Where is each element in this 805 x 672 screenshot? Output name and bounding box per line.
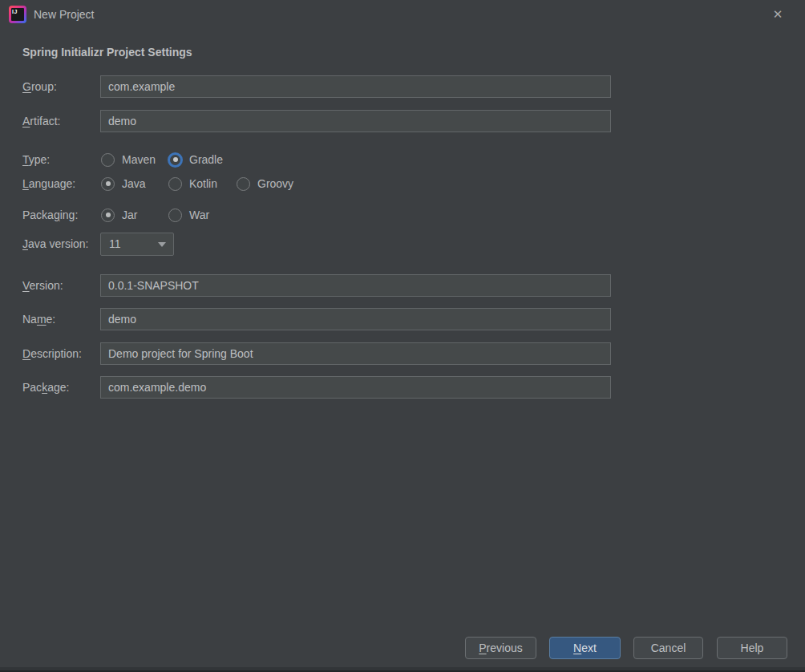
radio-label: Kotlin bbox=[189, 177, 217, 190]
radio-label: Gradle bbox=[189, 153, 223, 166]
java-version-select[interactable]: 11 bbox=[100, 233, 174, 256]
name-label: Name: bbox=[22, 313, 100, 326]
radio-icon[interactable] bbox=[168, 208, 182, 222]
radio-icon[interactable] bbox=[101, 208, 115, 222]
package-row: Package: bbox=[22, 376, 611, 399]
radio-language-groovy[interactable]: Groovy bbox=[237, 176, 293, 192]
radio-label: Java bbox=[122, 177, 146, 190]
group-row: Group: bbox=[22, 75, 611, 98]
group-label: Group: bbox=[22, 80, 100, 93]
artifact-input[interactable] bbox=[100, 110, 611, 132]
description-label: Description: bbox=[22, 347, 100, 360]
radio-icon[interactable] bbox=[168, 152, 183, 168]
name-input[interactable] bbox=[100, 308, 611, 330]
radio-packaging-jar[interactable]: Jar bbox=[101, 207, 137, 223]
group-input[interactable] bbox=[100, 75, 611, 98]
version-row: Version: bbox=[22, 274, 611, 297]
titlebar[interactable]: IJ New Project ✕ bbox=[0, 0, 805, 29]
java-version-label: Java version: bbox=[22, 237, 100, 250]
artifact-row: Artifact: bbox=[22, 110, 611, 132]
page-title: Spring Initializr Project Settings bbox=[22, 46, 192, 59]
language-label: Language: bbox=[22, 177, 100, 190]
java-version-row: Java version: 11 bbox=[22, 232, 611, 256]
type-row: Type: Maven Gradle bbox=[22, 152, 611, 168]
help-button[interactable]: Help bbox=[717, 637, 787, 659]
radio-icon[interactable] bbox=[101, 177, 115, 191]
radio-label: Groovy bbox=[257, 177, 293, 190]
cancel-button[interactable]: Cancel bbox=[633, 637, 703, 659]
intellij-idea-icon-letters: IJ bbox=[11, 8, 24, 21]
package-label: Package: bbox=[22, 381, 100, 394]
description-row: Description: bbox=[22, 342, 611, 365]
radio-packaging-war[interactable]: War bbox=[168, 207, 209, 223]
name-row: Name: bbox=[22, 308, 611, 330]
package-input[interactable] bbox=[100, 376, 611, 399]
radio-icon[interactable] bbox=[168, 177, 182, 191]
radio-label: War bbox=[189, 208, 209, 221]
next-button[interactable]: Next bbox=[549, 637, 621, 659]
close-icon[interactable]: ✕ bbox=[765, 0, 791, 29]
radio-label: Jar bbox=[122, 208, 137, 221]
radio-type-gradle[interactable]: Gradle bbox=[168, 152, 223, 168]
packaging-row: Packaging: Jar War bbox=[22, 207, 611, 223]
intellij-idea-icon: IJ bbox=[9, 6, 26, 23]
radio-icon[interactable] bbox=[237, 177, 250, 191]
artifact-label: Artifact: bbox=[22, 115, 100, 128]
version-input[interactable] bbox=[100, 274, 611, 297]
radio-label: Maven bbox=[122, 153, 156, 166]
radio-type-maven[interactable]: Maven bbox=[101, 152, 156, 168]
radio-icon[interactable] bbox=[101, 153, 115, 167]
chevron-down-icon bbox=[158, 242, 166, 247]
packaging-label: Packaging: bbox=[22, 208, 100, 221]
type-label: Type: bbox=[22, 153, 100, 166]
description-input[interactable] bbox=[100, 342, 611, 365]
window-title: New Project bbox=[34, 0, 94, 29]
radio-language-kotlin[interactable]: Kotlin bbox=[168, 176, 217, 192]
radio-language-java[interactable]: Java bbox=[101, 176, 146, 192]
version-label: Version: bbox=[22, 279, 100, 292]
new-project-dialog: IJ New Project ✕ Spring Initializr Proje… bbox=[0, 0, 805, 672]
window-bottom-edge bbox=[0, 667, 805, 672]
previous-button[interactable]: Previous bbox=[465, 637, 536, 659]
language-row: Language: Java Kotlin Groovy bbox=[22, 176, 611, 192]
java-version-value: 11 bbox=[109, 237, 121, 250]
